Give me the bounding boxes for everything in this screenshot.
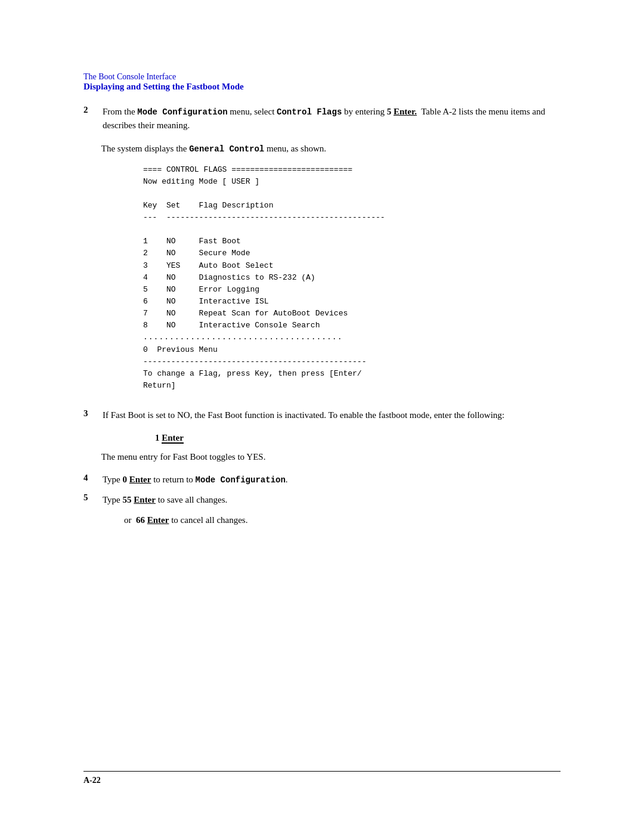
step-4-code: Mode Configuration [196, 475, 286, 485]
step-3-enter: Enter [162, 433, 184, 444]
step-4-number: 4 [83, 473, 95, 483]
step-4-text: Type 0 Enter to return to Mode Configura… [103, 475, 288, 484]
footer: A-22 [83, 771, 561, 785]
step-5-enter: Enter [134, 495, 156, 504]
step-4-enter: Enter [129, 475, 151, 484]
code-line-1: ==== CONTROL FLAGS =====================… [143, 164, 561, 176]
code-line-prev: 0 Previous Menu [143, 344, 561, 356]
step-5-or-enter: Enter [147, 515, 169, 525]
step-3-command: 1 Enter [155, 433, 561, 443]
step-5-or-num: 66 [136, 515, 145, 525]
code-line-sep: ----------------------------------------… [143, 356, 561, 368]
code-line-9: 5 NO Error Logging [143, 284, 561, 296]
step-2-enter: Enter. [394, 107, 417, 116]
step-5-num: 55 [123, 495, 132, 504]
step-5-line1: Type 55 Enter to save all changes. [103, 493, 561, 507]
code-line-12: 8 NO Interactive Console Search [143, 320, 561, 332]
step-3-text: If Fast Boot is set to NO, the Fast Boot… [103, 410, 504, 420]
step-2-content: From the Mode Configuration menu, select… [103, 105, 561, 132]
code-block: ==== CONTROL FLAGS =====================… [143, 164, 561, 392]
step-2-text-before: From the Mode Configuration menu, select… [103, 107, 545, 130]
step-5-block: 5 Type 55 Enter to save all changes. or … [83, 493, 561, 527]
breadcrumb-link[interactable]: The Boot Console Interface [83, 72, 176, 81]
code-line-7: 3 YES Auto Boot Select [143, 260, 561, 272]
code-line-8: 4 NO Diagnostics to RS-232 (A) [143, 272, 561, 284]
code-line-blank1 [143, 188, 561, 200]
step-2-number: 2 [83, 105, 95, 115]
code-line-3: Key Set Flag Description [143, 200, 561, 212]
step-2-num: 5 [387, 107, 392, 116]
step-2-code2: Control Flags [277, 107, 342, 117]
general-control-code: General Control [189, 144, 264, 153]
code-line-6: 2 NO Secure Mode [143, 247, 561, 259]
code-line-4: --- ------------------------------------… [143, 212, 561, 224]
step-5-number: 5 [83, 493, 95, 503]
step-5-content: Type 55 Enter to save all changes. or 66… [103, 493, 561, 527]
footer-label: A-22 [83, 776, 101, 785]
step-4-content: Type 0 Enter to return to Mode Configura… [103, 473, 561, 487]
code-line-change2: Return] [143, 380, 561, 392]
system-display-note: The system displays the General Control … [83, 142, 561, 156]
step-4-num: 0 [123, 475, 128, 484]
step-5-line2: or 66 Enter to cancel all changes. [124, 513, 561, 527]
code-line-10: 6 NO Interactive ISL [143, 296, 561, 308]
step-3-content: If Fast Boot is set to NO, the Fast Boot… [103, 408, 561, 422]
step-2-block: 2 From the Mode Configuration menu, sele… [83, 105, 561, 132]
step-3-cmd-num: 1 Enter [155, 433, 184, 444]
code-line-5: 1 NO Fast Boot [143, 236, 561, 247]
step-3-block: 3 If Fast Boot is set to NO, the Fast Bo… [83, 408, 561, 422]
breadcrumb-subtitle: Displaying and Setting the Fastboot Mode [83, 82, 561, 92]
code-line-blank2 [143, 224, 561, 236]
code-line-change1: To change a Flag, press Key, then press … [143, 368, 561, 380]
code-line-2: Now editing Mode [ USER ] [143, 176, 561, 188]
code-line-11: 7 NO Repeat Scan for AutoBoot Devices [143, 308, 561, 320]
step-2-code1: Mode Configuration [137, 107, 227, 117]
step-3-toggle-note: The menu entry for Fast Boot toggles to … [83, 450, 561, 464]
code-line-dots: ...................................... [143, 332, 561, 343]
breadcrumb: The Boot Console Interface Displaying an… [83, 72, 561, 92]
step-4-block: 4 Type 0 Enter to return to Mode Configu… [83, 473, 561, 487]
step-3-number: 3 [83, 408, 95, 419]
